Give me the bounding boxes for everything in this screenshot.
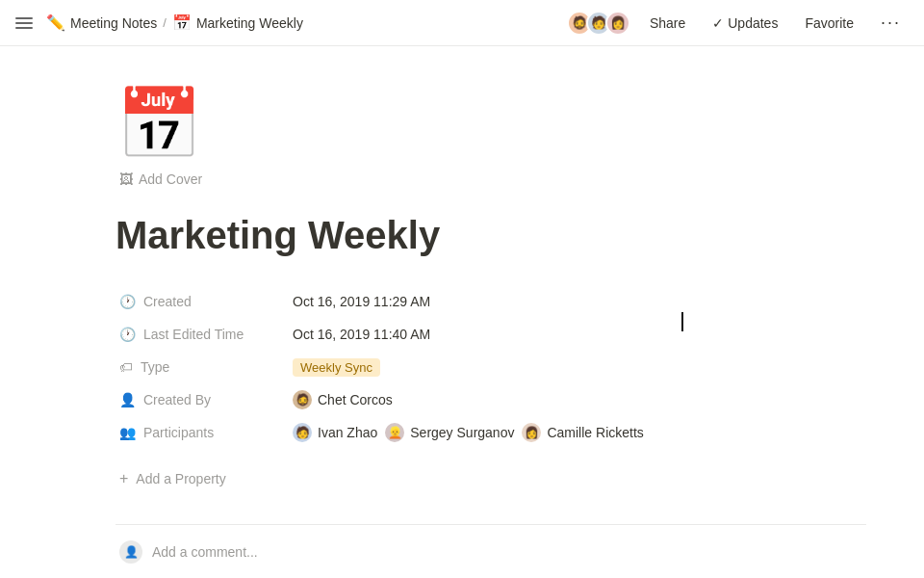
sergey-surganov-name: Sergey Surganov xyxy=(410,425,514,440)
property-type-label: Type xyxy=(141,359,169,375)
camille-ricketts-avatar: 👩 xyxy=(522,423,541,442)
property-participants-value: 🧑 Ivan Zhao 👱 Sergey Surganov 👩 Camille … xyxy=(293,423,644,442)
marketing-weekly-icon: 📅 xyxy=(172,13,192,32)
text-cursor xyxy=(681,312,683,331)
check-icon: ✓ xyxy=(712,15,724,31)
topbar-left: ✏️ Meeting Notes / 📅 Marketing Weekly xyxy=(15,13,567,33)
share-button[interactable]: Share xyxy=(642,12,693,35)
main-content: 📅 🖼 Add Cover Marketing Weekly 🕐 Created… xyxy=(0,46,866,578)
property-created[interactable]: 🕐 Created Oct 16, 2019 11:29 AM xyxy=(116,285,866,318)
property-created-by[interactable]: 👤 Created By 🧔 Chet Corcos xyxy=(116,383,866,416)
hamburger-menu-button[interactable] xyxy=(15,13,35,33)
add-property-button[interactable]: + Add a Property xyxy=(116,464,230,493)
comment-area: 👤 Add a comment... xyxy=(116,524,866,569)
page-icon-area: 📅 xyxy=(116,85,866,162)
property-created-by-label: Created By xyxy=(143,392,211,407)
updates-label: Updates xyxy=(728,15,778,31)
comment-input[interactable]: Add a comment... xyxy=(152,544,258,560)
property-last-edited-key: 🕐 Last Edited Time xyxy=(119,327,293,342)
property-created-label: Created xyxy=(143,294,192,309)
property-participants-label: Participants xyxy=(143,425,214,440)
group-icon: 👥 xyxy=(119,425,136,440)
favorite-button[interactable]: Favorite xyxy=(797,12,861,35)
chet-corcos-avatar: 🧔 xyxy=(293,390,312,409)
chet-corcos-name: Chet Corcos xyxy=(318,392,393,407)
collaborators-avatars[interactable]: 🧔 🧑 👩 xyxy=(567,11,630,36)
ivan-zhao-name: Ivan Zhao xyxy=(318,425,377,440)
breadcrumb-separator: / xyxy=(163,15,167,30)
meeting-notes-icon: ✏️ xyxy=(46,13,65,32)
breadcrumb: ✏️ Meeting Notes / 📅 Marketing Weekly xyxy=(46,13,303,32)
property-created-value: Oct 16, 2019 11:29 AM xyxy=(293,294,430,309)
comment-user-avatar: 👤 xyxy=(119,540,142,564)
more-dots-icon: ··· xyxy=(881,13,901,33)
person-camille-ricketts[interactable]: 👩 Camille Ricketts xyxy=(522,423,643,442)
topbar-right: 🧔 🧑 👩 Share ✓ Updates Favorite ··· xyxy=(567,9,909,37)
breadcrumb-marketing-weekly[interactable]: 📅 Marketing Weekly xyxy=(172,13,303,32)
property-last-edited-value: Oct 16, 2019 11:40 AM xyxy=(293,327,430,342)
tag-icon: 🏷 xyxy=(119,359,133,375)
add-property-label: Add a Property xyxy=(136,471,225,486)
person-icon: 👤 xyxy=(119,392,136,407)
updates-button[interactable]: ✓ Updates xyxy=(705,12,785,35)
clock-icon: 🕐 xyxy=(119,294,136,309)
avatar-3: 👩 xyxy=(605,11,630,36)
image-icon: 🖼 xyxy=(119,171,133,187)
property-type[interactable]: 🏷 Type Weekly Sync xyxy=(116,351,866,383)
add-cover-label: Add Cover xyxy=(139,171,202,187)
property-participants[interactable]: 👥 Participants 🧑 Ivan Zhao 👱 Sergey Surg… xyxy=(116,416,866,449)
property-created-by-value: 🧔 Chet Corcos xyxy=(293,390,393,409)
property-created-by-key: 👤 Created By xyxy=(119,392,293,407)
type-tag-badge[interactable]: Weekly Sync xyxy=(293,358,380,377)
person-sergey-surganov[interactable]: 👱 Sergey Surganov xyxy=(385,423,514,442)
share-label: Share xyxy=(650,15,685,31)
property-type-value: Weekly Sync xyxy=(293,358,380,377)
property-last-edited[interactable]: 🕐 Last Edited Time Oct 16, 2019 11:40 AM xyxy=(116,318,866,351)
property-last-edited-label: Last Edited Time xyxy=(143,327,244,342)
breadcrumb-marketing-weekly-label: Marketing Weekly xyxy=(196,15,303,31)
add-cover-button[interactable]: 🖼 Add Cover xyxy=(116,170,206,189)
plus-icon: + xyxy=(119,470,128,487)
more-options-button[interactable]: ··· xyxy=(873,9,909,37)
person-ivan-zhao[interactable]: 🧑 Ivan Zhao xyxy=(293,423,377,442)
property-type-key: 🏷 Type xyxy=(119,359,293,375)
favorite-label: Favorite xyxy=(805,15,854,31)
clock-icon-2: 🕐 xyxy=(119,327,136,342)
sergey-surganov-avatar: 👱 xyxy=(385,423,404,442)
breadcrumb-meeting-notes-label: Meeting Notes xyxy=(70,15,157,31)
camille-ricketts-name: Camille Ricketts xyxy=(547,425,643,440)
ivan-zhao-avatar: 🧑 xyxy=(293,423,312,442)
page-emoji-icon[interactable]: 📅 xyxy=(116,85,192,162)
page-title[interactable]: Marketing Weekly xyxy=(116,212,866,258)
property-last-edited-text: Oct 16, 2019 11:40 AM xyxy=(293,327,430,342)
person-chet-corcos[interactable]: 🧔 Chet Corcos xyxy=(293,390,393,409)
topbar: ✏️ Meeting Notes / 📅 Marketing Weekly 🧔 … xyxy=(0,0,924,46)
property-created-key: 🕐 Created xyxy=(119,294,293,309)
property-created-text: Oct 16, 2019 11:29 AM xyxy=(293,294,430,309)
property-participants-key: 👥 Participants xyxy=(119,425,293,440)
properties-table: 🕐 Created Oct 16, 2019 11:29 AM 🕐 Last E… xyxy=(116,285,866,449)
breadcrumb-meeting-notes[interactable]: ✏️ Meeting Notes xyxy=(46,13,157,32)
